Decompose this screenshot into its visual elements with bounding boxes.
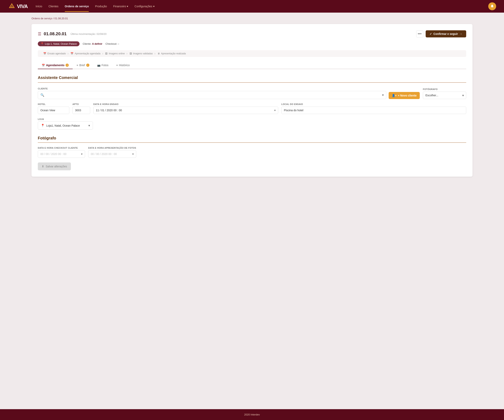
step-apresentacao-agendada: 📅 Apresentação agendada (68, 52, 103, 55)
pin-icon: 📍 (41, 124, 45, 127)
fotografo-label: FOTÓGRAFO (423, 88, 466, 90)
logo[interactable]: VIVA (8, 3, 28, 9)
nav-ordens[interactable]: Ordens de serviço (65, 1, 89, 12)
calendar-tab-icon: 📅 (42, 64, 45, 67)
tabs-row: 📅 Agendamento i ≡ Brief i 📷 Fotos ≡ Hist… (38, 62, 466, 69)
breadcrumb-bar: Ordens de serviço / 01.08.20.01 (0, 13, 504, 24)
footer: 2020 Interdev (0, 409, 504, 420)
calendar-icon: 📅 (71, 52, 73, 55)
data-ensaio-group: DATA E HORA ENSAIO 11 / 01 / 2020 00 : 0… (93, 103, 278, 114)
save-button[interactable]: ⬆ Salvar alterações (38, 162, 71, 170)
chevron-down-icon: ▾ (274, 109, 276, 112)
checkout-tag: Checkout: – (106, 42, 119, 45)
checkout-apresentacao-row: DATA E HORA CHECKOUT CLIENTE 00 / 00 / 2… (38, 147, 466, 158)
arrow-right-icon: → (460, 32, 462, 36)
tags-row: 📍 Loja 1, Natal, Ocean Palace Cliente: A… (38, 41, 466, 46)
cliente-group: CLIENTE 🔍 ▾ 👤+ + Novo cliente (38, 87, 420, 99)
fotografo-select-wrapper: Escolher... (423, 92, 466, 99)
hotel-group: HOTEL (38, 103, 69, 114)
bell-icon[interactable] (488, 2, 496, 10)
loja-label: LOJA (38, 118, 466, 120)
step-imagens-validadas: 🖼 Imagens validadas (127, 52, 155, 55)
history-tab-icon: ≡ (116, 64, 118, 67)
client-tag: Cliente: A definir (83, 42, 102, 45)
breadcrumb: Ordens de serviço / 01.08.20.01 (31, 17, 68, 20)
main-nav: Início Clientes Ordens de serviço Produç… (36, 1, 480, 12)
tab-historico[interactable]: ≡ Histórico (112, 62, 134, 69)
list-tab-icon: ≡ (77, 64, 78, 67)
nav-configuracoes[interactable]: Configurações ▾ (134, 1, 154, 12)
client-search[interactable]: 🔍 ▾ (38, 91, 386, 99)
nav-clientes[interactable]: Clientes (48, 1, 59, 12)
nav-producao[interactable]: Produção (95, 1, 107, 12)
steps-row: 📅 Ensaio agendado 📅 Apresentação agendad… (38, 50, 466, 57)
card-header-right: ••• ✓ Confirmar e seguir → (416, 30, 466, 37)
cliente-label: CLIENTE (38, 87, 420, 90)
local-ensaio-input[interactable] (281, 107, 466, 114)
checkout-cliente-group: DATA E HORA CHECKOUT CLIENTE 00 / 00 / 2… (38, 147, 85, 158)
card-header: ☰ 01.08.20.01 Última movimentação: 02/08… (38, 30, 466, 37)
section-fotografo: Fotógrafo DATA E HORA CHECKOUT CLIENTE 0… (38, 136, 466, 170)
section-comercial: Assistente Comercial CLIENTE 🔍 ▾ 👤+ + No… (38, 75, 466, 130)
new-client-button[interactable]: 👤+ + Novo cliente (389, 92, 420, 99)
main-card: ☰ 01.08.20.01 Última movimentação: 02/08… (31, 24, 473, 177)
loja-left: 📍 Loja1, Natal, Ocean Palace (41, 124, 80, 127)
image-icon: 🖼 (130, 52, 132, 55)
hotel-input[interactable] (38, 107, 69, 114)
local-ensaio-group: LOCAL DO ENSAIO (281, 103, 466, 114)
client-search-input[interactable] (46, 94, 381, 97)
upload-icon: ⬆ (42, 165, 44, 168)
loja-select[interactable]: 📍 Loja1, Natal, Ocean Palace ▾ (38, 121, 93, 130)
hotel-row: HOTEL APTO DATA E HORA ENSAIO 11 / 01 / … (38, 103, 466, 114)
logo-icon (8, 3, 16, 9)
apresentacao-input[interactable]: 00 / 00 / 2020 00 : 00 ▾ (88, 150, 136, 158)
search-icon: 🔍 (40, 93, 44, 97)
logo-text: VIVA (17, 3, 28, 9)
checkout-input[interactable]: 00 / 00 / 2020 00 : 00 ▾ (38, 150, 85, 158)
apresentacao-fotos-group: DATA E HORA APRESENTAÇÃO DE FOTOS 00 / 0… (88, 147, 136, 158)
fotografo-group: FOTÓGRAFO Escolher... (423, 88, 466, 99)
card-header-left: ☰ 01.08.20.01 Última movimentação: 02/08… (38, 31, 107, 36)
more-options-button[interactable]: ••• (416, 30, 423, 37)
chevron-down-icon: ▾ (88, 124, 90, 127)
apto-input[interactable] (72, 107, 90, 114)
fotografo-select[interactable]: Escolher... (423, 92, 466, 99)
fotografo-section-title: Fotógrafo (38, 136, 466, 143)
step-imagens-online: 🖼 Imagens online (103, 52, 127, 55)
location-tag: 📍 Loja 1, Natal, Ocean Palace (38, 41, 79, 46)
pin-icon: 📍 (41, 42, 44, 45)
data-ensaio-input[interactable]: 11 / 01 / 2020 00 : 00 ▾ (93, 107, 278, 114)
checkout-label: DATA E HORA CHECKOUT CLIENTE (38, 147, 85, 149)
data-ensaio-label: DATA E HORA ENSAIO (93, 103, 278, 105)
chevron-down-icon: ▾ (382, 93, 384, 97)
chevron-down-icon: ▾ (127, 5, 128, 8)
monitor-icon: 🖥 (157, 52, 160, 55)
client-row: 🔍 ▾ 👤+ + Novo cliente (38, 91, 420, 99)
tab-agendamento[interactable]: 📅 Agendamento i (38, 62, 73, 69)
chevron-down-icon: ▾ (81, 152, 83, 156)
nav-financeiro[interactable]: Financeiro ▾ (113, 1, 128, 12)
step-ensaio-agendado: 📅 Ensaio agendado (41, 52, 68, 55)
client-fotografo-row: CLIENTE 🔍 ▾ 👤+ + Novo cliente (38, 87, 466, 99)
apresentacao-label: DATA E HORA APRESENTAÇÃO DE FOTOS (88, 147, 136, 149)
hotel-label: HOTEL (38, 103, 69, 105)
chevron-down-icon: ▾ (153, 5, 155, 8)
add-person-icon: 👤+ (392, 94, 397, 97)
loja-group: LOJA 📍 Loja1, Natal, Ocean Palace ▾ (38, 118, 466, 130)
tab-brief[interactable]: ≡ Brief i (73, 62, 93, 69)
calendar-icon: 📅 (43, 52, 46, 55)
local-ensaio-label: LOCAL DO ENSAIO (281, 103, 466, 105)
apto-label: APTO (72, 103, 90, 105)
step-apresentacao-realizada: 🖥 Apresentação realizada (155, 52, 188, 55)
tab-fotos[interactable]: 📷 Fotos (93, 62, 112, 69)
comercial-title: Assistente Comercial (38, 75, 466, 83)
check-icon: ✓ (430, 32, 432, 36)
nav-inicio[interactable]: Início (36, 1, 42, 12)
tab-brief-badge: i (86, 64, 89, 67)
chevron-down-icon: ▾ (132, 152, 134, 156)
header-right (488, 2, 496, 10)
camera-tab-icon: 📷 (97, 64, 100, 67)
apto-group: APTO (72, 103, 90, 114)
order-list-icon: ☰ (38, 31, 41, 36)
confirm-button[interactable]: ✓ Confirmar e seguir → (426, 30, 466, 37)
